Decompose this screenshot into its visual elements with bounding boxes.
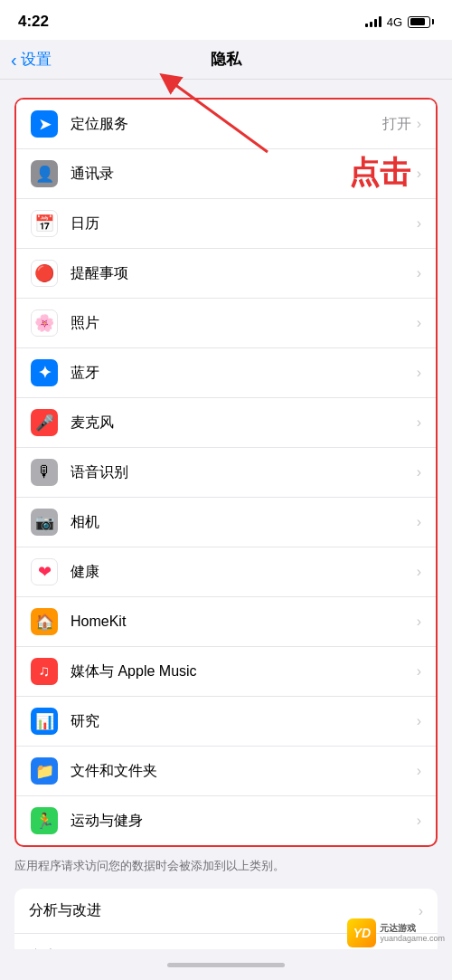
photos-label: 照片 (71, 314, 417, 333)
speech-row[interactable]: 🎙 语音识别 › (16, 448, 436, 498)
contacts-chevron-icon: › (417, 166, 421, 182)
status-time: 4:22 (18, 13, 49, 31)
calendar-icon: 📅 (31, 210, 58, 237)
research-label: 研究 (71, 712, 417, 731)
fitness-label: 运动与健身 (71, 812, 417, 831)
analytics-chevron-icon: › (419, 903, 423, 919)
files-label: 文件和文件夹 (71, 762, 417, 781)
camera-icon: 📷 (31, 509, 58, 536)
photos-chevron-icon: › (417, 315, 421, 331)
bottom-bar (0, 949, 452, 980)
nav-bar: ‹ 设置 隐私 (0, 40, 452, 80)
health-label: 健康 (71, 563, 417, 582)
bluetooth-icon: ✦ (31, 359, 58, 386)
files-chevron-icon: › (417, 763, 421, 779)
camera-label: 相机 (71, 513, 417, 532)
homekit-row[interactable]: 🏠 HomeKit › (16, 597, 436, 647)
bluetooth-row[interactable]: ✦ 蓝牙 › (16, 348, 436, 398)
health-chevron-icon: › (417, 564, 421, 580)
signal-icon (365, 16, 381, 27)
fitness-chevron-icon: › (417, 813, 421, 829)
location-row[interactable]: ➤ 定位服务 打开 › (16, 100, 436, 149)
bluetooth-label: 蓝牙 (71, 364, 417, 383)
location-label: 定位服务 (71, 115, 382, 134)
content-area: ➤ 定位服务 打开 › 👤 通讯录 › 📅 日历 › (0, 80, 452, 979)
watermark: YD 元达游戏 yuandagame.com (347, 918, 445, 947)
camera-chevron-icon: › (417, 514, 421, 530)
analytics-label: 分析与改进 (29, 901, 419, 920)
media-row[interactable]: ♫ 媒体与 Apple Music › (16, 647, 436, 697)
watermark-logo: YD (347, 918, 376, 947)
files-icon: 📁 (31, 757, 58, 785)
status-bar: 4:22 4G (0, 0, 452, 40)
homekit-chevron-icon: › (417, 614, 421, 630)
main-settings-group: ➤ 定位服务 打开 › 👤 通讯录 › 📅 日历 › (14, 98, 438, 847)
watermark-text2: yuandagame.com (380, 934, 445, 945)
microphone-label: 麦克风 (71, 414, 417, 433)
fitness-icon: 🏃 (31, 807, 58, 834)
microphone-icon: 🎤 (31, 409, 58, 436)
photos-icon: 🌸 (31, 309, 58, 337)
calendar-chevron-icon: › (417, 215, 421, 232)
homekit-icon: 🏠 (31, 608, 58, 635)
reminders-label: 提醒事项 (71, 264, 417, 283)
homekit-label: HomeKit (71, 614, 417, 630)
contacts-icon: 👤 (31, 160, 58, 187)
research-icon: 📊 (31, 708, 58, 735)
reminders-icon: 🔴 (31, 260, 58, 287)
reminders-row[interactable]: 🔴 提醒事项 › (16, 249, 436, 299)
speech-chevron-icon: › (417, 464, 421, 480)
files-row[interactable]: 📁 文件和文件夹 › (16, 747, 436, 796)
health-icon: ❤ (31, 558, 58, 585)
network-type: 4G (387, 15, 402, 29)
speech-label: 语音识别 (71, 463, 417, 482)
home-indicator (167, 963, 285, 967)
footer-note: 应用程序请求访问您的数据时会被添加到以上类别。 (0, 851, 452, 889)
contacts-row[interactable]: 👤 通讯录 › (16, 149, 436, 199)
calendar-row[interactable]: 📅 日历 › (16, 199, 436, 249)
back-label: 设置 (21, 49, 52, 70)
location-icon: ➤ (31, 110, 58, 138)
research-chevron-icon: › (417, 713, 421, 729)
microphone-chevron-icon: › (417, 414, 421, 431)
health-row[interactable]: ❤ 健康 › (16, 547, 436, 597)
battery-icon (408, 16, 434, 28)
location-chevron-icon: › (417, 116, 421, 132)
photos-row[interactable]: 🌸 照片 › (16, 299, 436, 348)
contacts-label: 通讯录 (71, 165, 417, 184)
camera-row[interactable]: 📷 相机 › (16, 498, 436, 547)
media-chevron-icon: › (417, 663, 421, 680)
reminders-chevron-icon: › (417, 265, 421, 281)
bluetooth-chevron-icon: › (417, 365, 421, 381)
speech-icon: 🎙 (31, 459, 58, 486)
fitness-row[interactable]: 🏃 运动与健身 › (16, 796, 436, 845)
watermark-text1: 元达游戏 (380, 922, 445, 934)
media-icon: ♫ (31, 658, 58, 685)
microphone-row[interactable]: 🎤 麦克风 › (16, 398, 436, 448)
research-row[interactable]: 📊 研究 › (16, 697, 436, 747)
location-value: 打开 (382, 115, 411, 134)
media-label: 媒体与 Apple Music (71, 662, 417, 681)
back-button[interactable]: ‹ 设置 (11, 49, 52, 70)
calendar-label: 日历 (71, 214, 417, 233)
page-title: 隐私 (211, 49, 241, 70)
status-icons: 4G (365, 15, 434, 29)
back-chevron-icon: ‹ (11, 51, 17, 69)
